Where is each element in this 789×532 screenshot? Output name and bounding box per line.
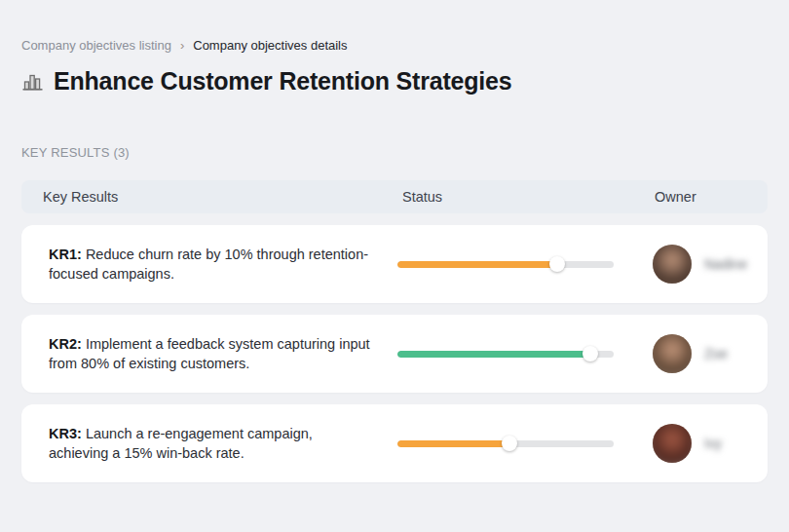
column-header-status: Status bbox=[397, 189, 633, 205]
slider-knob[interactable] bbox=[502, 436, 517, 451]
key-result-row-kr3[interactable]: KR3: Launch a re-engagement campaign, ac… bbox=[21, 404, 768, 482]
progress-slider[interactable] bbox=[397, 436, 614, 451]
key-result-row-kr2[interactable]: KR2: Implement a feedback system capturi… bbox=[21, 315, 768, 393]
status-cell bbox=[397, 436, 633, 451]
slider-fill bbox=[397, 261, 557, 268]
kr-description: Reduce churn rate by 10% through retenti… bbox=[49, 247, 368, 282]
owner-name: Zoe bbox=[704, 346, 728, 361]
buildings-icon bbox=[21, 70, 45, 94]
key-result-text: KR2: Implement a feedback system capturi… bbox=[21, 334, 397, 373]
key-result-text: KR3: Launch a re-engagement campaign, ac… bbox=[21, 424, 397, 463]
page-title: Enhance Customer Retention Strategies bbox=[54, 67, 511, 95]
slider-fill bbox=[397, 351, 590, 358]
slider-knob[interactable] bbox=[549, 256, 565, 272]
progress-slider[interactable] bbox=[397, 346, 614, 361]
kr-label: KR2: bbox=[49, 336, 82, 352]
slider-track bbox=[397, 261, 614, 268]
status-cell bbox=[397, 346, 633, 361]
progress-slider[interactable] bbox=[397, 256, 614, 272]
chevron-right-icon: › bbox=[180, 39, 184, 52]
status-cell bbox=[397, 256, 633, 272]
owner-cell: Nadine bbox=[633, 245, 768, 284]
key-results-section-label: KEY RESULTS (3) bbox=[21, 145, 768, 160]
kr-label: KR1: bbox=[49, 247, 82, 262]
owner-name: Ivy bbox=[704, 436, 722, 451]
avatar bbox=[653, 245, 692, 284]
key-result-text: KR1: Reduce churn rate by 10% through re… bbox=[21, 245, 397, 284]
table-header: Key Results Status Owner bbox=[21, 180, 768, 213]
kr-description: Launch a re-engagement campaign, achievi… bbox=[49, 426, 313, 461]
breadcrumb-item-listing[interactable]: Company objectives listing bbox=[21, 38, 171, 53]
objective-details-page: Company objectives listing › Company obj… bbox=[0, 0, 789, 482]
slider-knob[interactable] bbox=[582, 346, 598, 361]
column-header-owner: Owner bbox=[633, 189, 768, 205]
slider-track bbox=[397, 351, 614, 358]
kr-description: Implement a feedback system capturing in… bbox=[49, 336, 370, 371]
owner-cell: Ivy bbox=[633, 424, 768, 463]
breadcrumb-item-details: Company objectives details bbox=[193, 38, 347, 53]
breadcrumb: Company objectives listing › Company obj… bbox=[21, 38, 768, 53]
kr-label: KR3: bbox=[49, 426, 82, 441]
title-row: Enhance Customer Retention Strategies bbox=[21, 67, 768, 95]
column-header-key-results: Key Results bbox=[21, 189, 397, 205]
owner-cell: Zoe bbox=[633, 334, 768, 373]
slider-fill bbox=[397, 440, 509, 447]
avatar bbox=[653, 334, 692, 373]
owner-name: Nadine bbox=[704, 256, 747, 272]
key-result-row-kr1[interactable]: KR1: Reduce churn rate by 10% through re… bbox=[21, 225, 768, 303]
avatar bbox=[653, 424, 692, 463]
